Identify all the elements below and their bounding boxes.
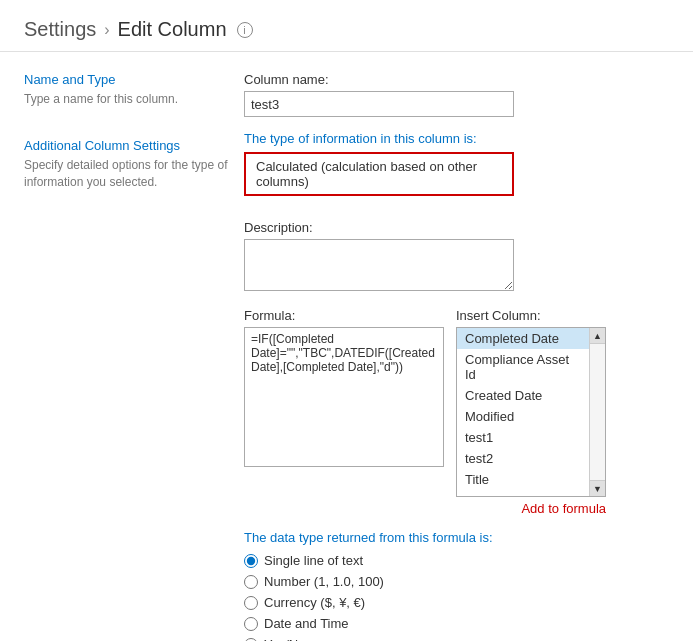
description-label: Description: bbox=[244, 220, 669, 235]
radio-datetime-input[interactable] bbox=[244, 617, 258, 631]
page-title: Edit Column bbox=[118, 18, 227, 41]
formula-textarea[interactable]: =IF([Completed Date]="","TBC",DATEDIF([C… bbox=[244, 327, 444, 467]
scrollbar-track: ▲ ▼ bbox=[589, 328, 605, 496]
radio-yesno-input[interactable] bbox=[244, 638, 258, 642]
column-name-label: Column name: bbox=[244, 72, 669, 87]
listbox-inner: Completed Date Compliance Asset Id Creat… bbox=[457, 328, 589, 490]
radio-datetime-label: Date and Time bbox=[264, 616, 349, 631]
scrollbar-up-button[interactable]: ▲ bbox=[590, 328, 606, 344]
list-item[interactable]: Compliance Asset Id bbox=[457, 349, 589, 385]
radio-yesno[interactable]: Yes/No bbox=[244, 637, 669, 641]
page-header: Settings › Edit Column i bbox=[0, 0, 693, 52]
radio-number[interactable]: Number (1, 1.0, 100) bbox=[244, 574, 669, 589]
radio-number-input[interactable] bbox=[244, 575, 258, 589]
radio-yesno-label: Yes/No bbox=[264, 637, 305, 641]
radio-group: Single line of text Number (1, 1.0, 100)… bbox=[244, 553, 669, 641]
list-item[interactable]: test2 bbox=[457, 448, 589, 469]
additional-settings-title: Additional Column Settings bbox=[24, 138, 244, 153]
info-icon[interactable]: i bbox=[237, 22, 253, 38]
formula-col: Formula: =IF([Completed Date]="","TBC",D… bbox=[244, 308, 444, 516]
radio-currency-label: Currency ($, ¥, €) bbox=[264, 595, 365, 610]
data-type-label: The data type returned from this formula… bbox=[244, 530, 669, 545]
radio-single-line[interactable]: Single line of text bbox=[244, 553, 669, 568]
radio-number-label: Number (1, 1.0, 100) bbox=[264, 574, 384, 589]
column-name-group: Column name: bbox=[244, 72, 669, 117]
radio-currency[interactable]: Currency ($, ¥, €) bbox=[244, 595, 669, 610]
scrollbar-down-button[interactable]: ▼ bbox=[590, 480, 606, 496]
formula-label: Formula: bbox=[244, 308, 444, 323]
column-name-input[interactable] bbox=[244, 91, 514, 117]
additional-settings-desc: Specify detailed options for the type of… bbox=[24, 157, 244, 191]
main-content: Name and Type Type a name for this colum… bbox=[0, 52, 693, 641]
type-info-group: The type of information in this column i… bbox=[244, 131, 669, 196]
type-value-box[interactable]: Calculated (calculation based on other c… bbox=[244, 152, 514, 196]
insert-col: Insert Column: Completed Date Compliance… bbox=[456, 308, 606, 516]
description-textarea[interactable] bbox=[244, 239, 514, 291]
name-type-desc: Type a name for this column. bbox=[24, 91, 244, 108]
right-panel: Column name: The type of information in … bbox=[244, 72, 669, 641]
radio-single-line-input[interactable] bbox=[244, 554, 258, 568]
name-type-section: Name and Type Type a name for this colum… bbox=[24, 72, 244, 108]
radio-datetime[interactable]: Date and Time bbox=[244, 616, 669, 631]
radio-single-line-label: Single line of text bbox=[264, 553, 363, 568]
list-item[interactable]: Created Date bbox=[457, 385, 589, 406]
breadcrumb-settings[interactable]: Settings bbox=[24, 18, 96, 41]
data-type-section: The data type returned from this formula… bbox=[244, 530, 669, 641]
add-to-formula-container: Add to formula bbox=[456, 501, 606, 516]
list-item[interactable]: test1 bbox=[457, 427, 589, 448]
description-group: Description: bbox=[244, 220, 669, 294]
additional-settings-section: Additional Column Settings Specify detai… bbox=[24, 138, 244, 191]
list-item[interactable]: Completed Date bbox=[457, 328, 589, 349]
radio-currency-input[interactable] bbox=[244, 596, 258, 610]
list-item[interactable]: Modified bbox=[457, 406, 589, 427]
type-info-label: The type of information in this column i… bbox=[244, 131, 669, 146]
add-to-formula-link[interactable]: Add to formula bbox=[521, 501, 606, 516]
left-panel: Name and Type Type a name for this colum… bbox=[24, 72, 244, 641]
insert-column-label: Insert Column: bbox=[456, 308, 606, 323]
formula-row: Formula: =IF([Completed Date]="","TBC",D… bbox=[244, 308, 669, 516]
insert-column-listbox[interactable]: Completed Date Compliance Asset Id Creat… bbox=[456, 327, 606, 497]
name-type-title: Name and Type bbox=[24, 72, 244, 87]
list-item[interactable]: Title bbox=[457, 469, 589, 490]
breadcrumb-arrow: › bbox=[104, 21, 109, 39]
